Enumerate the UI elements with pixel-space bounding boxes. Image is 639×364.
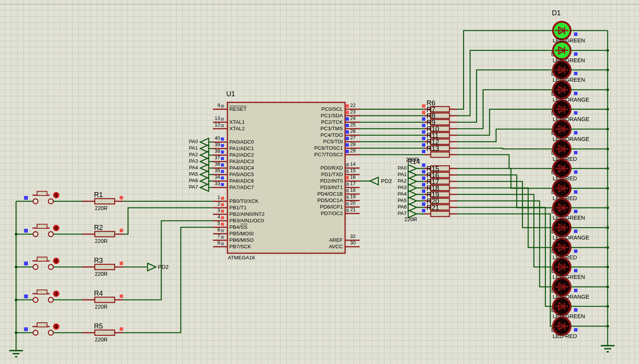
resistor-body[interactable] [431, 179, 449, 184]
signal-terminal-icon[interactable] [408, 197, 417, 205]
wire-resistor-to-led[interactable] [457, 168, 553, 188]
pin-state-indicator [221, 105, 224, 108]
pin-state-indicator [221, 242, 224, 245]
pin-state-indicator [422, 202, 425, 206]
signal-terminal-icon[interactable] [408, 210, 417, 218]
button-actuator-icon[interactable] [54, 291, 59, 297]
resistor-body[interactable] [95, 264, 115, 270]
signal-terminal-icon[interactable] [408, 178, 417, 185]
resistor-body[interactable] [95, 199, 115, 204]
pin-state-indicator [422, 170, 425, 173]
signal-terminal-icon[interactable] [408, 165, 417, 172]
button-actuator-icon[interactable] [54, 324, 59, 330]
resistor-body[interactable] [431, 211, 449, 217]
pin-state-indicator [574, 190, 577, 194]
button-actuator-icon[interactable] [54, 193, 59, 198]
resistor-body[interactable] [431, 133, 449, 138]
junction-dot [607, 266, 609, 269]
button-terminal[interactable] [33, 298, 38, 303]
wire-resistor-to-led[interactable] [457, 194, 553, 267]
signal-terminal-icon[interactable] [408, 191, 417, 198]
chip-body[interactable] [227, 102, 345, 253]
resistor-body[interactable] [431, 107, 449, 112]
signal-terminal-icon[interactable] [200, 177, 209, 185]
junction-dot [607, 69, 609, 71]
pin-state-indicator [221, 138, 224, 141]
junction-dot [15, 233, 18, 236]
pin-state-indicator [24, 262, 28, 265]
resistor-body[interactable] [431, 198, 449, 204]
pin-state-indicator [221, 203, 224, 206]
pin-state-indicator [345, 104, 349, 108]
resistor-body[interactable] [431, 126, 449, 131]
resistor-body[interactable] [431, 139, 449, 144]
signal-terminal-icon[interactable] [200, 158, 209, 165]
resistor-body[interactable] [431, 120, 449, 125]
push-button-cap[interactable] [37, 323, 47, 327]
wire-to-pb4[interactable] [123, 227, 213, 333]
wire-resistor-to-led[interactable] [457, 50, 553, 116]
push-button-cap[interactable] [37, 257, 47, 261]
signal-terminal-icon[interactable] [200, 151, 209, 159]
pin-state-indicator [422, 163, 425, 167]
signal-terminal-icon[interactable] [370, 177, 378, 185]
wire-resistor-to-led[interactable] [457, 148, 553, 149]
wire-resistor-to-led[interactable] [457, 214, 553, 326]
pin-state-indicator [345, 130, 349, 134]
button-actuator-icon[interactable] [54, 225, 59, 231]
button-terminal[interactable] [49, 330, 54, 335]
pin-state-indicator [221, 150, 224, 154]
button-terminal[interactable] [49, 265, 54, 270]
resistor-body[interactable] [95, 297, 115, 303]
pin-state-indicator [574, 92, 577, 95]
resistor-body[interactable] [431, 152, 449, 157]
button-terminal[interactable] [33, 330, 38, 335]
pin-state-indicator [120, 327, 123, 331]
push-button-cap[interactable] [37, 224, 47, 228]
button-terminal[interactable] [33, 265, 38, 270]
pin-state-indicator [422, 183, 425, 186]
junction-dot [607, 286, 609, 288]
signal-terminal-icon[interactable] [200, 164, 209, 172]
resistor-body[interactable] [431, 146, 449, 151]
signal-terminal-icon[interactable] [148, 263, 156, 271]
pin-state-indicator [221, 176, 224, 180]
junction-dot [607, 148, 609, 150]
pin-state-indicator [422, 130, 425, 134]
button-terminal[interactable] [49, 232, 54, 237]
push-button-cap[interactable] [37, 290, 47, 294]
button-terminal[interactable] [33, 199, 38, 204]
pin-state-indicator [221, 183, 224, 186]
resistor-body[interactable] [431, 185, 449, 191]
signal-terminal-icon[interactable] [408, 184, 417, 192]
pin-state-indicator [345, 137, 349, 140]
wire-resistor-to-led[interactable] [457, 175, 553, 208]
wire-to-pb3[interactable] [123, 221, 213, 300]
junction-dot [607, 89, 609, 91]
junction-dot [607, 108, 609, 111]
resistor-body[interactable] [431, 166, 449, 171]
button-actuator-icon[interactable] [54, 258, 59, 264]
pin-state-indicator [221, 223, 224, 226]
button-terminal[interactable] [49, 199, 54, 204]
signal-terminal-icon[interactable] [200, 145, 209, 152]
button-terminal[interactable] [33, 232, 38, 237]
resistor-body[interactable] [431, 113, 449, 118]
push-button-cap[interactable] [37, 191, 47, 196]
wire-resistor-to-led[interactable] [457, 207, 553, 306]
signal-terminal-icon[interactable] [200, 171, 209, 178]
signal-terminal-icon[interactable] [200, 184, 209, 191]
wire-resistor-to-led[interactable] [457, 155, 553, 168]
signal-terminal-icon[interactable] [408, 171, 417, 179]
resistor-body[interactable] [95, 330, 115, 335]
resistor-body[interactable] [431, 172, 449, 178]
resistor-body[interactable] [431, 205, 449, 210]
wire-resistor-to-led[interactable] [457, 188, 553, 248]
resistor-body[interactable] [431, 192, 449, 197]
wire-resistor-to-led[interactable] [457, 70, 553, 122]
button-terminal[interactable] [49, 298, 54, 303]
signal-terminal-icon[interactable] [408, 204, 417, 211]
resistor-body[interactable] [95, 231, 115, 237]
signal-terminal-icon[interactable] [200, 138, 209, 146]
pin-state-indicator [574, 111, 577, 115]
